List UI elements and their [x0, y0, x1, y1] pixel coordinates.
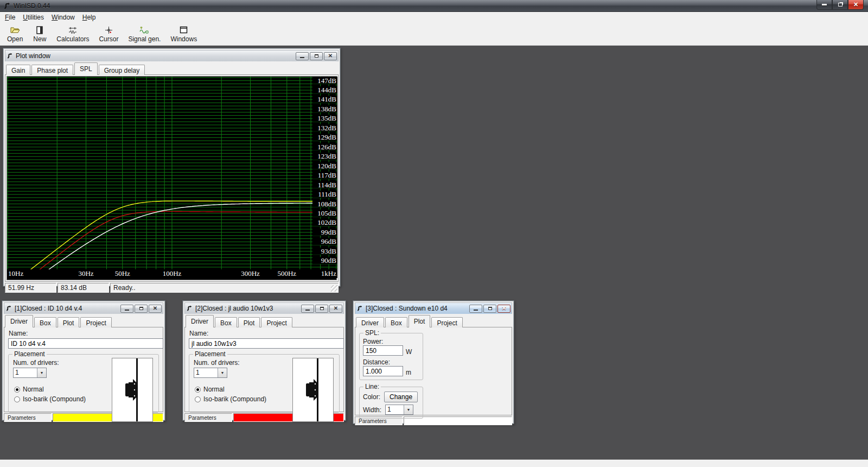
svg-text:135dB: 135dB	[317, 114, 336, 122]
plot-window-titlebar[interactable]: Plot window ✕	[5, 50, 339, 61]
power-input[interactable]	[363, 345, 403, 356]
tab-phase-plot[interactable]: Phase plot	[31, 65, 73, 75]
tab-driver[interactable]: Driver	[186, 315, 214, 327]
tab-project[interactable]: Project	[431, 317, 462, 327]
change-color-button[interactable]: Change	[384, 392, 418, 402]
restore-button[interactable]	[483, 305, 496, 313]
open-button[interactable]: Open	[2, 24, 28, 43]
app-icon	[3, 2, 11, 10]
svg-text:10Hz: 10Hz	[8, 269, 23, 277]
close-button[interactable]: ✕	[324, 52, 337, 60]
radio-unchecked-icon	[195, 396, 201, 402]
minimize-button[interactable]	[816, 0, 832, 10]
parameters-button[interactable]: Parameters	[4, 413, 52, 422]
project2-titlebar[interactable]: [2]Closed : jl audio 10w1v3 ✕	[184, 302, 344, 314]
cursor-button[interactable]: Cursor	[94, 24, 123, 43]
close-button[interactable]: ✕	[848, 0, 864, 10]
resize-grip[interactable]	[331, 285, 337, 292]
radio-checked-icon	[195, 387, 201, 393]
new-document-icon	[36, 25, 43, 35]
minimize-button[interactable]	[296, 52, 309, 60]
project3-plot-pane: SPL: Power: W Distance: m Line: Color: C…	[355, 327, 512, 415]
tab-plot[interactable]: Plot	[409, 315, 431, 327]
restore-button[interactable]	[135, 305, 148, 313]
project3-titlebar[interactable]: [3]Closed : Sundown e10 d4 ✕	[355, 302, 512, 314]
tab-plot[interactable]: Plot	[238, 317, 260, 327]
tab-box[interactable]: Box	[385, 317, 407, 327]
close-button[interactable]: ✕	[497, 305, 510, 313]
svg-text:99dB: 99dB	[321, 228, 337, 236]
window-icon	[180, 25, 188, 35]
driver-name-input[interactable]	[189, 338, 344, 349]
project1-title: [1]Closed : ID 10 d4 v.4	[15, 305, 120, 312]
tab-gain[interactable]: Gain	[6, 65, 30, 75]
plot-window: Plot window ✕ Gain Phase plot SPL Group …	[3, 48, 341, 287]
num-drivers-select[interactable]: 1 ▼	[194, 368, 227, 378]
distance-input[interactable]	[363, 366, 403, 376]
tab-spl[interactable]: SPL	[74, 62, 98, 75]
signal-gen-button[interactable]: Signal gen.	[123, 24, 165, 43]
close-button[interactable]: ✕	[149, 305, 162, 313]
app-icon	[7, 53, 13, 59]
menu-utilities[interactable]: Utilities	[19, 12, 48, 22]
tab-driver[interactable]: Driver	[5, 315, 33, 327]
windows-button[interactable]: Windows	[165, 24, 202, 43]
svg-text:123dB: 123dB	[317, 152, 336, 160]
spl-chart[interactable]: 147dB144dB141dB138dB135dB132dB129dB126dB…	[7, 76, 337, 280]
chevron-down-icon: ▼	[218, 368, 227, 377]
svg-text:96dB: 96dB	[321, 237, 337, 245]
distance-label: Distance:	[363, 358, 419, 366]
tab-driver[interactable]: Driver	[356, 317, 384, 327]
tab-project[interactable]: Project	[80, 317, 111, 327]
new-button[interactable]: New	[28, 24, 52, 43]
restore-button[interactable]	[832, 0, 848, 10]
tab-box[interactable]: Box	[34, 317, 56, 327]
radio-unchecked-icon	[14, 396, 20, 402]
svg-text:108dB: 108dB	[317, 200, 336, 208]
app-icon	[5, 305, 12, 312]
tab-box[interactable]: Box	[215, 317, 237, 327]
open-folder-icon	[10, 25, 20, 35]
minimize-button[interactable]	[120, 305, 133, 313]
driver-name-input[interactable]	[8, 338, 163, 349]
line-group: Line: Color: Change Width: 1 ▼	[359, 387, 423, 419]
plot-statusbar: 51.99 Hz 83.14 dB Ready..	[5, 283, 339, 293]
menu-help[interactable]: Help	[79, 12, 100, 22]
svg-text:300Hz: 300Hz	[241, 269, 260, 277]
svg-text:147dB: 147dB	[317, 77, 336, 85]
name-label: Name:	[9, 330, 163, 337]
close-button[interactable]: ✕	[329, 305, 342, 313]
main-titlebar: WinISD 0.44 ✕	[0, 0, 868, 12]
parameters-button[interactable]: Parameters	[184, 413, 232, 422]
app-icon	[356, 305, 363, 312]
minimize-button[interactable]	[469, 305, 482, 313]
tab-plot[interactable]: Plot	[58, 317, 80, 327]
color-label: Color:	[363, 393, 380, 401]
line-width-select[interactable]: 1 ▼	[385, 405, 413, 415]
cursor-spl-readout: 83.14 dB	[58, 283, 109, 293]
chevron-down-icon: ▼	[37, 368, 46, 377]
num-drivers-select[interactable]: 1 ▼	[13, 368, 47, 378]
svg-text:114dB: 114dB	[318, 181, 337, 189]
cursor-frequency-readout: 51.99 Hz	[5, 283, 56, 293]
project2-driver-pane: Name: Placement Num. of drivers: 1 ▼ Nor…	[184, 327, 344, 412]
plot-pane: 147dB144dB141dB138dB135dB132dB129dB126dB…	[5, 74, 339, 282]
tab-project[interactable]: Project	[261, 317, 292, 327]
main-statusbar	[0, 459, 868, 467]
project1-titlebar[interactable]: [1]Closed : ID 10 d4 v.4 ✕	[4, 302, 163, 314]
crosshair-icon	[105, 25, 113, 35]
svg-text:100Hz: 100Hz	[163, 269, 182, 277]
svg-text:141dB: 141dB	[317, 95, 336, 103]
minimize-button[interactable]	[301, 305, 314, 313]
power-unit: W	[406, 348, 412, 356]
menu-window[interactable]: Window	[48, 12, 79, 22]
restore-button[interactable]	[315, 305, 328, 313]
svg-text:129dB: 129dB	[317, 133, 336, 141]
tab-group-delay[interactable]: Group delay	[99, 65, 145, 75]
project1-driver-pane: Name: Placement Num. of drivers: 1 ▼ Nor…	[4, 327, 163, 412]
restore-button[interactable]	[310, 52, 323, 60]
svg-text:93dB: 93dB	[321, 247, 337, 255]
calculators-button[interactable]: Calculators	[52, 24, 94, 43]
project-window-3: [3]Closed : Sundown e10 d4 ✕ Driver Box …	[353, 300, 514, 424]
menu-file[interactable]: File	[1, 12, 19, 22]
